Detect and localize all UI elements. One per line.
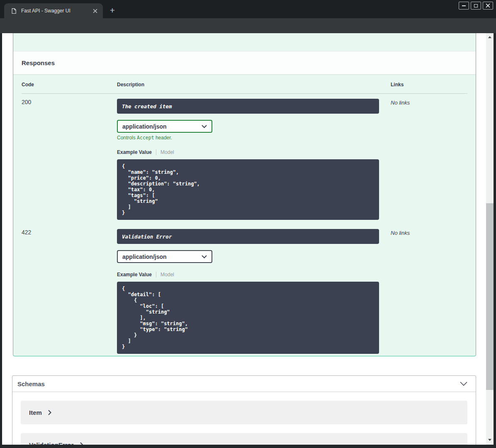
tab-title: Fast API - Swagger UI bbox=[21, 8, 91, 14]
new-tab-button[interactable]: + bbox=[108, 6, 117, 15]
tab-separator bbox=[156, 149, 156, 155]
window-minimize-button[interactable] bbox=[459, 2, 469, 10]
response-description-cell-200: The created item application/json Contro… bbox=[117, 94, 391, 224]
responses-table: Code Description Links 200 The created i… bbox=[22, 82, 467, 358]
model-name-item: Item bbox=[29, 409, 42, 416]
responses-section-header: Responses bbox=[13, 51, 476, 74]
chevron-down-icon bbox=[202, 125, 207, 128]
chevron-down-icon bbox=[460, 382, 467, 386]
model-row-item[interactable]: Item bbox=[21, 401, 467, 424]
browser-tab[interactable]: Fast API - Swagger UI bbox=[4, 3, 103, 18]
response-code-200: 200 bbox=[22, 94, 117, 224]
tab-example-value-200[interactable]: Example Value bbox=[117, 149, 152, 155]
tab-separator bbox=[156, 272, 156, 278]
example-json-422: { "detail": [ { "loc": [ "string" ], "ms… bbox=[122, 286, 374, 350]
controls-accept-note: Controls Accept header. bbox=[117, 135, 391, 141]
opblock-gap bbox=[13, 33, 476, 51]
chevron-right-icon bbox=[80, 442, 83, 445]
tab-model-422[interactable]: Model bbox=[160, 272, 174, 278]
col-header-code: Code bbox=[22, 82, 117, 94]
schemas-section: Schemas Item ValidationError bbox=[12, 375, 476, 445]
example-json-box-200: { "name": "string", "price": 0, "descrip… bbox=[117, 159, 379, 220]
scrollbar-thumb[interactable] bbox=[486, 203, 494, 390]
note-code: Accept bbox=[137, 135, 154, 141]
example-json-box-422: { "detail": [ { "loc": [ "string" ], "ms… bbox=[117, 282, 379, 354]
scroll-down-arrow-icon[interactable] bbox=[488, 439, 491, 441]
window-close-button[interactable] bbox=[483, 2, 493, 10]
response-links-422: No links bbox=[391, 224, 467, 358]
media-type-select-422[interactable]: application/json bbox=[117, 250, 212, 263]
tab-example-value-422[interactable]: Example Value bbox=[117, 272, 152, 278]
response-description-200: The created item bbox=[117, 99, 379, 114]
media-type-value-200: application/json bbox=[122, 123, 167, 130]
example-model-tabs-422: Example Value Model bbox=[117, 272, 391, 278]
page-favicon-icon bbox=[11, 8, 17, 14]
chevron-down-icon bbox=[202, 255, 207, 258]
col-header-links: Links bbox=[391, 82, 467, 94]
response-links-200: No links bbox=[391, 94, 467, 224]
opblock-post: Responses Code Description Links 200 The… bbox=[13, 33, 476, 356]
media-type-value-422: application/json bbox=[122, 253, 167, 260]
model-row-validationerror[interactable]: ValidationError bbox=[21, 433, 467, 445]
window-controls bbox=[459, 2, 493, 10]
responses-body: Code Description Links 200 The created i… bbox=[13, 74, 476, 366]
schemas-title: Schemas bbox=[17, 380, 45, 387]
example-model-tabs-200: Example Value Model bbox=[117, 149, 391, 155]
responses-title: Responses bbox=[22, 59, 55, 66]
col-header-description: Description bbox=[117, 82, 391, 94]
schemas-header[interactable]: Schemas bbox=[12, 376, 476, 392]
media-type-select-200[interactable]: application/json bbox=[117, 120, 212, 133]
response-description-cell-422: Validation Error application/json Exampl… bbox=[117, 224, 391, 358]
chevron-right-icon bbox=[48, 410, 51, 415]
browser-titlebar: Fast API - Swagger UI + bbox=[0, 0, 496, 18]
schemas-body: Item ValidationError bbox=[12, 392, 476, 445]
response-description-422: Validation Error bbox=[117, 229, 379, 244]
tab-model-200[interactable]: Model bbox=[160, 149, 174, 155]
close-icon bbox=[486, 3, 490, 8]
model-name-validationerror: ValidationError bbox=[29, 441, 74, 445]
vertical-scrollbar[interactable] bbox=[486, 33, 494, 445]
note-suffix: header. bbox=[154, 135, 172, 141]
browser-window: { "browser": { "tab": { "title": "Fast A… bbox=[0, 0, 496, 448]
window-maximize-button[interactable] bbox=[471, 2, 481, 10]
minimize-icon bbox=[462, 5, 466, 6]
scroll-up-arrow-icon[interactable] bbox=[488, 36, 491, 38]
browser-toolbar: 127.0.0.1:8000/docs ☆ ⋮ bbox=[0, 18, 496, 33]
note-prefix: Controls bbox=[117, 135, 137, 141]
response-code-422: 422 bbox=[22, 224, 117, 358]
maximize-icon bbox=[474, 4, 478, 7]
example-json-200: { "name": "string", "price": 0, "descrip… bbox=[122, 163, 374, 216]
tab-close-icon[interactable] bbox=[91, 7, 99, 15]
page-content: Responses Code Description Links 200 The… bbox=[2, 33, 494, 445]
